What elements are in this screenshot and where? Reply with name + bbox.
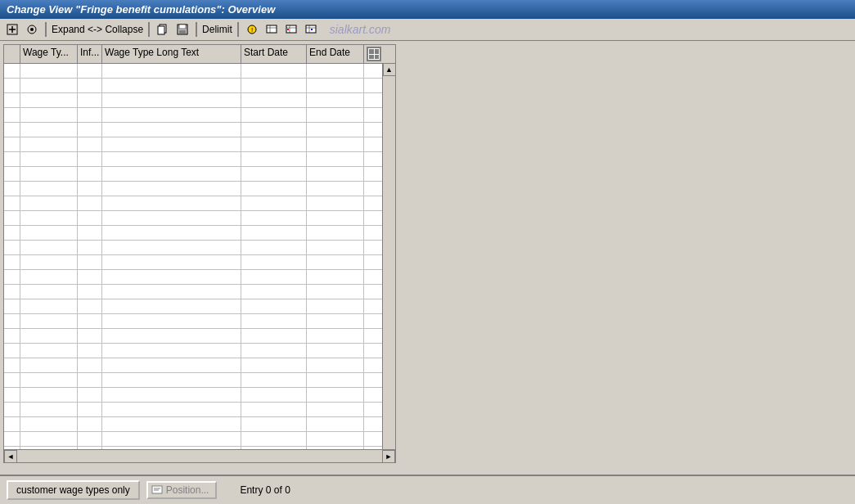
toolbar-btn-3[interactable]: ! [243, 21, 261, 38]
row-end-date [307, 403, 364, 416]
table-row[interactable] [4, 108, 395, 123]
col-header-settings[interactable] [364, 45, 382, 63]
svg-text:!: ! [251, 26, 253, 34]
row-start-date [241, 388, 307, 402]
table-row[interactable] [4, 403, 395, 417]
row-inf [78, 255, 102, 269]
toolbar-copy-btn[interactable] [154, 21, 172, 38]
table-row[interactable] [4, 255, 395, 270]
row-checkbox[interactable] [4, 388, 20, 402]
row-checkbox[interactable] [4, 255, 20, 269]
table-row[interactable] [4, 314, 395, 329]
row-wage-type [20, 196, 78, 210]
row-long-text [102, 403, 241, 416]
row-checkbox[interactable] [4, 108, 20, 122]
table-row[interactable] [4, 79, 395, 93]
table-row[interactable] [4, 226, 395, 241]
row-start-date [241, 79, 307, 92]
table-row[interactable] [4, 344, 395, 358]
row-checkbox[interactable] [4, 299, 20, 313]
row-checkbox[interactable] [4, 358, 20, 372]
vertical-scrollbar: ▲ ▼ [382, 63, 395, 462]
row-long-text [102, 388, 241, 402]
row-checkbox[interactable] [4, 93, 20, 107]
row-checkbox[interactable] [4, 417, 20, 431]
row-checkbox[interactable] [4, 64, 20, 78]
scroll-up-btn[interactable]: ▲ [383, 63, 396, 76]
table-row[interactable] [4, 137, 395, 152]
table-row[interactable] [4, 358, 395, 373]
table-row[interactable] [4, 417, 395, 432]
row-end-date [307, 241, 364, 254]
row-checkbox[interactable] [4, 79, 20, 92]
row-inf [78, 196, 102, 210]
row-wage-type [20, 299, 78, 313]
row-checkbox[interactable] [4, 314, 20, 328]
row-checkbox[interactable] [4, 137, 20, 151]
row-checkbox[interactable] [4, 285, 20, 299]
table-row[interactable] [4, 329, 395, 344]
table-row[interactable] [4, 432, 395, 447]
table-row[interactable] [4, 388, 395, 403]
row-long-text [102, 79, 241, 92]
row-end-date [307, 211, 364, 225]
row-checkbox[interactable] [4, 196, 20, 210]
table-row[interactable] [4, 373, 395, 388]
row-checkbox[interactable] [4, 241, 20, 254]
row-checkbox[interactable] [4, 270, 20, 284]
row-checkbox[interactable] [4, 344, 20, 358]
row-start-date [241, 314, 307, 328]
row-long-text [102, 270, 241, 284]
row-long-text [102, 152, 241, 166]
row-checkbox[interactable] [4, 432, 20, 446]
col-header-long-text: Wage Type Long Text [102, 45, 241, 63]
row-checkbox[interactable] [4, 403, 20, 416]
table-row[interactable] [4, 241, 395, 255]
row-checkbox[interactable] [4, 152, 20, 166]
table-row[interactable] [4, 196, 395, 211]
row-wage-type [20, 432, 78, 446]
toolbar-btn-2[interactable] [23, 21, 41, 38]
scroll-left-btn[interactable]: ◄ [4, 450, 17, 463]
table-row[interactable] [4, 152, 395, 167]
row-wage-type [20, 358, 78, 372]
toolbar-save-btn[interactable] [173, 21, 191, 38]
row-start-date [241, 182, 307, 196]
row-checkbox[interactable] [4, 329, 20, 343]
table-row[interactable] [4, 211, 395, 226]
toolbar-btn-1[interactable] [3, 21, 21, 38]
table-row[interactable] [4, 64, 395, 79]
row-inf [78, 299, 102, 313]
col-header-checkbox [4, 45, 20, 63]
table-row[interactable] [4, 270, 395, 285]
table-row[interactable] [4, 299, 395, 314]
row-checkbox[interactable] [4, 182, 20, 196]
customer-wage-types-btn[interactable]: customer wage types only [7, 480, 140, 500]
table-row[interactable] [4, 93, 395, 108]
row-checkbox[interactable] [4, 226, 20, 240]
position-btn-container[interactable]: Position... [146, 481, 218, 499]
toolbar-btn-5[interactable] [282, 21, 300, 38]
row-inf [78, 270, 102, 284]
row-long-text [102, 196, 241, 210]
table-row[interactable] [4, 285, 395, 299]
row-inf [78, 417, 102, 431]
row-end-date [307, 314, 364, 328]
row-checkbox[interactable] [4, 373, 20, 387]
position-btn[interactable]: Position... [163, 484, 213, 496]
row-long-text [102, 285, 241, 299]
col-header-end-date: End Date [307, 45, 364, 63]
row-start-date [241, 329, 307, 343]
row-checkbox[interactable] [4, 211, 20, 225]
row-checkbox[interactable] [4, 123, 20, 137]
row-wage-type [20, 329, 78, 343]
table-row[interactable] [4, 123, 395, 137]
table-row[interactable] [4, 167, 395, 182]
table-row[interactable] [4, 182, 395, 196]
row-inf [78, 123, 102, 137]
toolbar-btn-6[interactable] [302, 21, 320, 38]
row-wage-type [20, 123, 78, 137]
toolbar-btn-4[interactable] [263, 21, 281, 38]
scroll-right-btn[interactable]: ► [382, 450, 395, 463]
row-checkbox[interactable] [4, 167, 20, 181]
